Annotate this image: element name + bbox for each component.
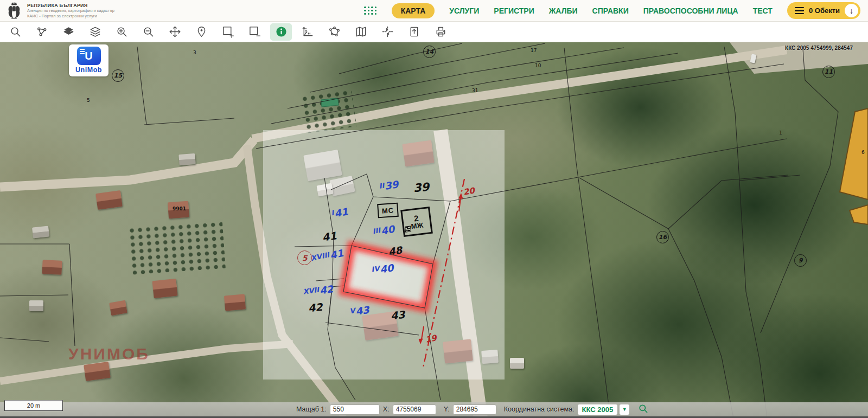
objects-count-label: 0 Обекти [809,7,840,15]
parcel-label-3: 3 [193,50,196,55]
map-sheets-icon [355,25,367,38]
x-label: X: [383,406,390,413]
main-nav: КАРТА УСЛУГИ РЕГИСТРИ ЖАЛБИ СПРАВКИ ПРАВ… [364,2,860,19]
cursor-coordinates: ККС 2005 4754999, 284547 [785,45,853,51]
regulation-label-20: 20 [463,185,476,197]
parcel-circle-label-16: 16 [656,231,669,243]
tool-identify[interactable] [270,23,292,41]
apps-grid-icon[interactable] [364,7,377,15]
building-hatch-symbol [405,226,411,232]
parcel-circle-label-11: 11 [822,66,835,78]
nav-item-karta[interactable]: КАРТА [392,3,435,18]
status-bar: Мащаб 1: X: Y: Координатна система: ККС … [0,402,868,418]
parcel-label-43: 43 [390,308,405,321]
tool-layers[interactable] [84,23,106,41]
orange-parcels [840,108,868,224]
portal-subtitle: КАИС - Портал за електронни услуги [27,14,114,18]
parcel-circle-label-9: 9 [794,254,807,267]
crs-value: ККС 2005 [578,404,618,415]
coordinates-icon [381,25,394,38]
top-header: РЕПУБЛИКА БЪЛГАРИЯ Агенция по геодезия, … [0,0,868,22]
cadastre-label-IV-40: IV40 [371,260,394,274]
identify-icon [275,25,288,38]
parcel-label-5: 5 [87,98,90,103]
nav-item-test[interactable]: ТЕСТ [753,7,773,15]
nav-item-zhalbi[interactable]: ЖАЛБИ [549,7,578,15]
parcel-label-42: 42 [308,301,323,314]
building-ms: МС [377,203,399,218]
basemap-icon [62,25,75,38]
building-mzh: 2 МЖ [400,207,433,237]
republic-title: РЕПУБЛИКА БЪЛГАРИЯ [27,3,114,8]
tool-measure-area[interactable] [323,23,345,41]
agency-subtitle: Агенция по геодезия, картография и кадас… [27,8,114,13]
tool-pan[interactable] [164,23,186,41]
parcel-label-1: 1 [779,130,782,136]
parcel-label-6: 6 [861,150,865,155]
zoom-out-icon [142,25,155,38]
tool-zoom-in[interactable] [111,23,132,41]
tool-basemap[interactable] [58,23,79,41]
tool-zoom-window-in[interactable] [217,23,239,41]
scale-label: Мащаб 1: [296,406,327,413]
tool-measure-length[interactable] [297,23,318,41]
statusbar-search-icon[interactable] [638,403,648,415]
y-label: Y: [444,406,450,413]
print-icon [435,25,447,38]
x-coordinate-input[interactable] [393,404,436,415]
tool-locate[interactable] [190,23,212,41]
parcel-label-9901: 9901 [173,206,186,211]
locate-icon [195,25,208,38]
zoom-in-icon [116,25,128,38]
export-icon [408,25,420,38]
tool-search[interactable] [4,23,26,41]
tool-map-sheets[interactable] [350,23,372,41]
tool-zoom-out[interactable] [137,23,159,41]
tool-coordinates[interactable] [376,23,398,41]
tool-export[interactable] [403,23,425,41]
zoom-window-in-icon [222,25,234,38]
crs-label: Координатна система: [504,406,575,413]
objects-button[interactable]: 0 Обекти ↓ [787,2,860,19]
parcel-label-10: 10 [535,63,541,68]
cadastre-label-II-39: II39 [378,176,399,191]
nav-item-spravki[interactable]: СПРАВКИ [592,7,629,15]
scale-bar-label: 20 m [27,402,40,409]
tool-print[interactable] [430,23,451,41]
y-coordinate-input[interactable] [453,404,496,415]
parcel-label-41: 41 [322,229,337,243]
measure-area-icon [328,25,341,38]
building-mzh-label: МЖ [411,221,424,230]
cadastre-label-V-43: V43 [349,302,370,316]
scale-input[interactable] [330,404,380,415]
select-related-icon [36,25,48,38]
nav-item-uslugi[interactable]: УСЛУГИ [449,7,479,15]
parcel-label-48: 48 [388,244,403,257]
tool-zoom-window-out[interactable] [244,23,265,41]
zoom-window-out-icon [248,25,261,38]
search-icon [9,25,22,38]
map-canvas[interactable]: МС 2 МЖ 39414842433517103199016115141691… [0,42,868,418]
download-arrow-button[interactable]: ↓ [845,4,858,17]
unimob-label: UniMob [75,66,102,74]
layers-icon [89,25,101,38]
watermark: УНИМОБ [68,345,150,363]
parcel-circle-label-14: 14 [423,46,436,58]
bulgaria-coat-of-arms-icon [5,2,23,20]
nav-item-pravosposobni[interactable]: ПРАВОСПОСОБНИ ЛИЦА [643,7,738,15]
parcel-label-39: 39 [413,181,430,195]
building-ms-label: МС [381,206,394,215]
measure-length-icon [302,25,314,38]
scale-bar: 20 m [4,400,63,411]
parcel-circle-label-15: 15 [112,69,124,82]
cadastre-label-I-41: I41 [330,203,348,217]
chevron-down-icon: ▼ [620,404,629,415]
brand-text: РЕПУБЛИКА БЪЛГАРИЯ Агенция по геодезия, … [27,3,114,18]
tool-select-related[interactable] [31,23,53,41]
brand: РЕПУБЛИКА БЪЛГАРИЯ Агенция по геодезия, … [5,2,114,20]
parcel-label-31: 31 [472,88,478,93]
pan-icon [169,25,181,38]
map-toolbar [0,22,868,42]
nav-item-registri[interactable]: РЕГИСТРИ [494,7,534,15]
crs-select[interactable]: ККС 2005 ▼ [578,404,630,415]
